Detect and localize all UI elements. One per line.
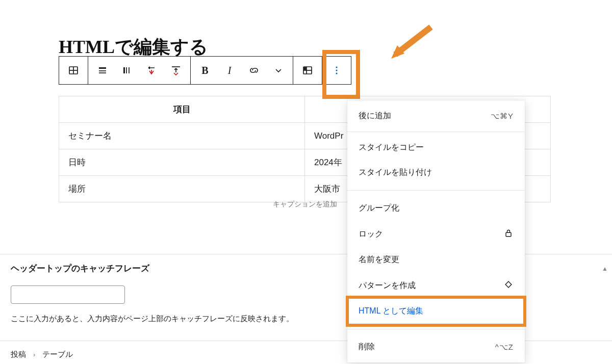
menu-item-group[interactable]: グループ化 (347, 196, 525, 221)
breadcrumb: 投稿 › テーブル (11, 350, 73, 359)
menu-item-label: スタイルを貼り付け (359, 167, 432, 178)
table-cell-settings-button[interactable] (295, 58, 320, 83)
svg-point-17 (336, 72, 337, 74)
table-cell[interactable]: 場所 (59, 176, 305, 202)
menu-item-label: 名前を変更 (359, 254, 399, 265)
chevron-right-icon: › (33, 351, 35, 358)
menu-item-label: パターンを作成 (359, 280, 416, 291)
menu-separator (347, 329, 525, 329)
metabox-title: ヘッダートップのキャッチフレーズ (11, 263, 294, 274)
metabox-help-text: ここに入力があると、入力内容がページ上部のキャッチフレーズに反映されます。 (11, 314, 294, 324)
menu-item-insert-after[interactable]: 後に追加 ⌥⌘Y (347, 103, 525, 128)
block-options-menu: 後に追加 ⌥⌘Y スタイルをコピー スタイルを貼り付け グループ化 ロック 名前… (347, 100, 525, 362)
menu-item-copy-style[interactable]: スタイルをコピー (347, 135, 525, 160)
breadcrumb-current[interactable]: テーブル (42, 350, 73, 359)
table-header-cell[interactable]: 項目 (59, 96, 305, 123)
menu-item-label: スタイルをコピー (359, 142, 424, 153)
collapse-metabox-toggle[interactable]: ▲ (602, 265, 608, 272)
more-options-button[interactable] (324, 58, 349, 83)
table-cell[interactable]: セミナー名 (59, 123, 305, 149)
menu-item-label: 後に追加 (359, 111, 391, 121)
svg-rect-19 (505, 281, 512, 288)
menu-separator (347, 190, 525, 191)
align-cols-icon[interactable] (115, 58, 139, 83)
menu-item-delete[interactable]: 削除 ^⌥Z (347, 334, 525, 359)
menu-item-paste-style[interactable]: スタイルを貼り付け (347, 160, 525, 185)
menu-item-create-pattern[interactable]: パターンを作成 (347, 272, 525, 299)
table-cell[interactable]: 日時 (59, 149, 305, 176)
align-rows-icon[interactable] (90, 58, 115, 83)
lock-icon (503, 228, 514, 240)
table-block-icon[interactable] (61, 58, 86, 83)
edit-row-icon[interactable] (139, 58, 164, 83)
breadcrumb-root[interactable]: 投稿 (11, 350, 26, 359)
menu-item-shortcut: ⌥⌘Y (491, 112, 514, 121)
menu-item-lock[interactable]: ロック (347, 221, 525, 247)
metabox-catchphrase: ヘッダートップのキャッチフレーズ ここに入力があると、入力内容がページ上部のキャ… (11, 263, 294, 324)
block-toolbar: B I (59, 56, 351, 85)
diamond-icon (503, 279, 514, 292)
menu-item-label: 削除 (359, 342, 375, 352)
more-rich-text-button[interactable] (266, 58, 291, 83)
svg-rect-3 (99, 67, 106, 69)
svg-rect-18 (506, 232, 511, 237)
svg-point-15 (336, 66, 337, 68)
menu-separator (347, 132, 525, 132)
menu-item-rename[interactable]: 名前を変更 (347, 247, 525, 272)
italic-button[interactable]: I (217, 58, 242, 83)
annotation-arrow (385, 23, 436, 64)
bold-button[interactable]: B (193, 58, 217, 83)
menu-item-shortcut: ^⌥Z (495, 343, 514, 352)
menu-item-edit-as-html[interactable]: HTML として編集 (347, 299, 525, 324)
catchphrase-input[interactable] (11, 285, 125, 304)
svg-point-16 (336, 69, 337, 71)
svg-rect-6 (123, 67, 125, 73)
menu-item-label: HTML として編集 (359, 306, 423, 317)
edit-col-icon[interactable] (164, 58, 188, 83)
menu-item-label: ロック (359, 229, 383, 240)
link-button[interactable] (242, 58, 266, 83)
svg-rect-14 (304, 67, 307, 70)
menu-item-label: グループ化 (359, 203, 399, 214)
